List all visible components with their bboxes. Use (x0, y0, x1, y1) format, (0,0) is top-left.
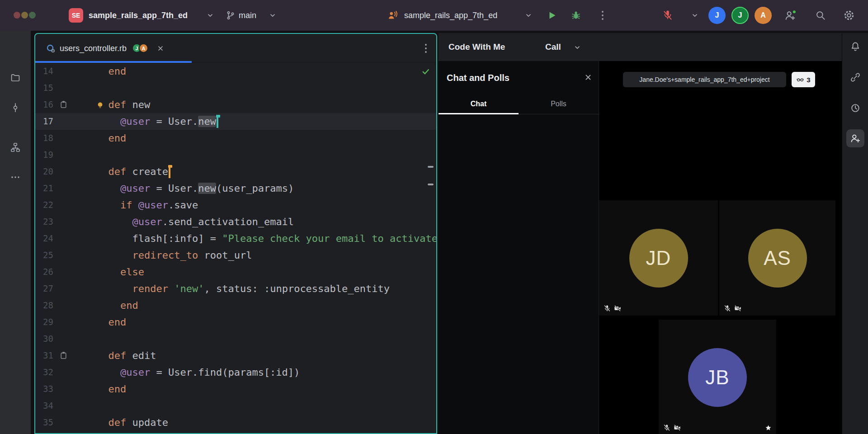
menu-code-with-me[interactable]: Code With Me (448, 33, 505, 61)
history-icon[interactable] (846, 99, 864, 117)
invite-user-button[interactable] (784, 9, 797, 22)
code-line[interactable]: 28 end (35, 297, 436, 314)
code-line[interactable]: 23 @user.send_activation_email (35, 213, 436, 230)
titlebar-participant-avatar[interactable]: J (731, 7, 749, 24)
chevron-down-icon[interactable] (207, 13, 213, 18)
chevron-down-icon[interactable] (525, 13, 532, 18)
project-selector[interactable]: sample_rails_app_7th_ed (89, 0, 188, 31)
tab-users-controller[interactable]: users_controller.rb JA (35, 34, 192, 63)
structure-tool-window-icon[interactable] (10, 142, 21, 153)
video-tile[interactable]: AS (719, 200, 835, 316)
code-line[interactable]: 27 render 'new', status: :unprocessable_… (35, 280, 436, 297)
line-number[interactable]: 26 (35, 264, 53, 280)
code-line[interactable]: 34 (35, 397, 436, 414)
scrollbar-marker[interactable] (428, 166, 434, 168)
tile-star-slot[interactable] (765, 425, 772, 431)
scrollbar-marker[interactable] (428, 184, 434, 185)
code-line[interactable]: 14 end (35, 63, 436, 80)
clipboard-gutter-icon[interactable] (60, 351, 67, 359)
code-line[interactable]: 33 end (35, 381, 436, 397)
commit-tool-window-icon[interactable] (10, 102, 21, 113)
project-icon-badge[interactable]: SE (69, 8, 83, 23)
code-line[interactable]: 21 @user = User.new(user_params) (35, 180, 436, 197)
code-line[interactable]: 18 end (35, 130, 436, 146)
code-line[interactable]: 24 flash[:info] = "Please check your ema… (35, 230, 436, 247)
search-icon[interactable] (815, 9, 826, 21)
participants-tool-icon[interactable] (846, 129, 864, 147)
more-actions-kebab[interactable] (601, 10, 604, 20)
window-close-button[interactable] (14, 12, 20, 19)
line-number[interactable]: 31 (35, 347, 53, 364)
code-line[interactable]: 35 def update (35, 414, 436, 431)
line-number[interactable]: 22 (35, 197, 53, 213)
line-number[interactable]: 15 (35, 80, 53, 96)
video-tile[interactable]: JB (659, 320, 776, 434)
chevron-down-icon[interactable] (269, 13, 276, 18)
window-zoom-button[interactable] (29, 12, 36, 19)
session-link-icon[interactable] (846, 68, 864, 86)
line-number[interactable]: 32 (35, 364, 53, 381)
more-tool-windows-icon[interactable] (10, 172, 21, 183)
code-line[interactable]: 19 (35, 146, 436, 163)
code-line[interactable]: 31 def edit (35, 347, 436, 364)
clipboard-gutter-icon[interactable] (60, 100, 67, 108)
code-line[interactable]: 20 def create (35, 163, 436, 180)
window-minimize-button[interactable] (21, 12, 28, 19)
code-line[interactable]: 16def new (35, 96, 436, 113)
code-line[interactable]: 36 @user = User.find(params[:id]) (35, 431, 436, 433)
menu-call[interactable]: Call (545, 33, 561, 61)
code-line[interactable]: 15 (35, 80, 436, 96)
tab-close-icon[interactable] (157, 45, 164, 52)
line-number[interactable]: 29 (35, 314, 53, 330)
inspections-ok-icon[interactable] (421, 67, 430, 76)
line-number[interactable]: 20 (35, 163, 53, 180)
line-number[interactable]: 33 (35, 381, 53, 397)
branch-selector[interactable]: main (239, 0, 256, 31)
chevron-down-icon[interactable] (692, 13, 698, 18)
notifications-bell-icon[interactable] (846, 38, 864, 56)
line-number[interactable]: 14 (35, 63, 53, 80)
run-button[interactable] (547, 10, 557, 20)
line-number[interactable]: 21 (35, 180, 53, 197)
line-number[interactable]: 17 (35, 113, 53, 130)
tab-participant-badge[interactable]: A (139, 43, 148, 53)
line-number[interactable]: 34 (35, 397, 53, 414)
chevron-down-icon[interactable] (574, 45, 580, 50)
line-number[interactable]: 35 (35, 414, 53, 431)
debug-button[interactable] (571, 10, 581, 21)
titlebar-participant-avatar[interactable]: J (708, 7, 726, 24)
editor-options-kebab[interactable] (425, 43, 427, 53)
microphone-muted-button[interactable] (662, 9, 674, 21)
line-number[interactable]: 23 (35, 213, 53, 230)
camera-off-icon (674, 424, 681, 431)
tab-chat[interactable]: Chat (439, 94, 519, 114)
line-number[interactable]: 27 (35, 280, 53, 297)
intention-bulb-icon[interactable] (96, 101, 104, 109)
video-tile[interactable]: JD (599, 200, 718, 316)
code-line[interactable]: 17 @user = User.new (35, 113, 436, 130)
titlebar-participant-avatar[interactable]: A (755, 7, 772, 24)
tab-polls[interactable]: Polls (519, 94, 599, 114)
code-line[interactable]: 30 (35, 330, 436, 347)
line-number[interactable]: 18 (35, 130, 53, 146)
code-line[interactable]: 25 redirect_to root_url (35, 247, 436, 264)
line-number[interactable]: 16 (35, 96, 53, 113)
cwm-session-selector[interactable]: sample_rails_app_7th_ed (404, 0, 497, 31)
code-line[interactable]: 22 if @user.save (35, 197, 436, 213)
code-line[interactable]: 26 else (35, 264, 436, 280)
line-number[interactable]: 19 (35, 146, 53, 163)
code-line[interactable]: 29 end (35, 314, 436, 330)
line-number[interactable]: 36 (35, 431, 53, 433)
cwm-content: Chat and Polls Chat Polls Jane.Doe's+sam… (439, 61, 842, 434)
editor-shared-screen[interactable]: users_controller.rb JA 14 end1516def new… (34, 33, 437, 434)
pin-star-icon[interactable] (765, 425, 772, 431)
code-area[interactable]: 14 end1516def new17 @user = User.new18 e… (35, 63, 436, 433)
settings-gear-icon[interactable] (843, 9, 855, 22)
line-number[interactable]: 24 (35, 230, 53, 247)
chat-panel-close-icon[interactable] (585, 74, 592, 81)
line-number[interactable]: 25 (35, 247, 53, 264)
line-number[interactable]: 30 (35, 330, 53, 347)
project-tool-window-icon[interactable] (10, 72, 21, 83)
code-line[interactable]: 32 @user = User.find(params[:id]) (35, 364, 436, 381)
line-number[interactable]: 28 (35, 297, 53, 314)
